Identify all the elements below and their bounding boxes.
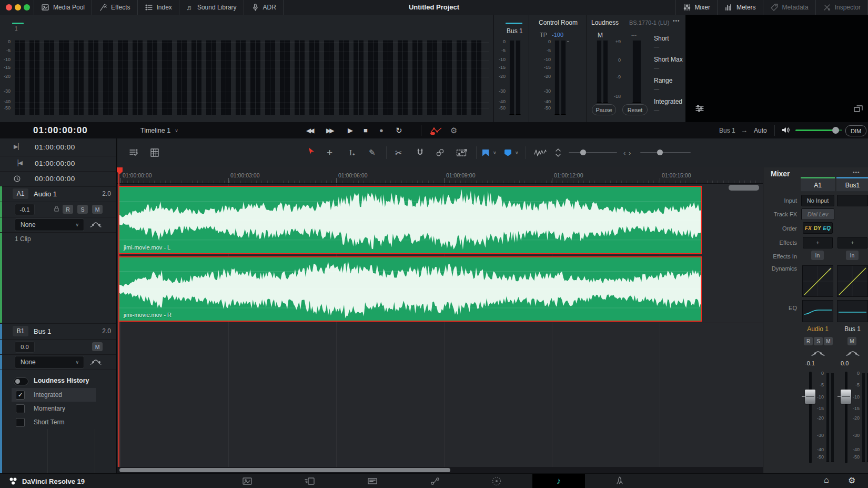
timeline-selector[interactable]: Timeline 1 ∨ xyxy=(140,122,178,138)
clip-color-button[interactable] xyxy=(504,145,511,160)
page-color[interactable] xyxy=(482,474,511,488)
trim-tool[interactable]: + xyxy=(327,145,332,160)
page-fusion[interactable] xyxy=(420,474,450,488)
monitor-volume-slider[interactable] xyxy=(795,130,842,131)
page-deliver[interactable] xyxy=(605,474,634,488)
fader-track[interactable] xyxy=(809,372,812,463)
timeline-view-options-icon[interactable] xyxy=(129,145,139,160)
range-selection-tool[interactable]: I✦ xyxy=(349,145,356,160)
loudness-history-option[interactable]: Short Term xyxy=(12,415,96,429)
order-cell-a1[interactable]: FX DY EQ xyxy=(803,222,833,234)
home-icon[interactable]: ⌂ xyxy=(824,475,829,485)
eq-graph-a1[interactable] xyxy=(802,300,833,322)
metadata-button[interactable]: Metadata xyxy=(763,0,815,15)
automation-select[interactable]: None ∨ xyxy=(15,356,84,369)
input-select-a1[interactable]: No Input xyxy=(801,195,834,206)
checkbox[interactable]: ✓ xyxy=(16,391,25,400)
loudness-menu-icon[interactable]: ••• xyxy=(673,18,680,24)
out-point-timecode[interactable]: 01:00:00:00 xyxy=(35,160,75,167)
horizontal-zoom-knob[interactable] xyxy=(657,150,663,155)
volume-slider-knob[interactable] xyxy=(832,127,839,134)
vertical-zoom-icon[interactable] xyxy=(555,145,561,160)
track-header-a1[interactable]: A1 Audio 1 2.0 xyxy=(0,186,116,202)
add-effect-a1[interactable]: + xyxy=(803,237,833,248)
mute-button[interactable]: M xyxy=(92,205,103,214)
record-arm-button[interactable]: R xyxy=(804,337,813,345)
meters-button[interactable]: Meters xyxy=(717,0,763,15)
loudness-history-option[interactable]: Momentary xyxy=(12,402,96,415)
record-button[interactable]: ● xyxy=(379,122,383,138)
dim-button[interactable]: DIM xyxy=(845,125,866,136)
rewind-button[interactable]: ◀◀ xyxy=(306,122,312,138)
dynamics-graph-a1[interactable] xyxy=(802,265,833,297)
razor-tool[interactable]: ✂ xyxy=(395,145,402,160)
close-window-button[interactable] xyxy=(6,4,12,11)
monitor-source[interactable]: Bus 1 xyxy=(719,122,735,138)
marker-flag-button[interactable] xyxy=(482,145,489,160)
clip-color-chevron-icon[interactable]: ∨ xyxy=(515,145,519,160)
solo-button[interactable]: S xyxy=(77,205,88,214)
automation-curve-icon[interactable] xyxy=(845,350,861,357)
minimize-window-button[interactable] xyxy=(15,4,21,11)
pencil-tool[interactable]: ✎ xyxy=(369,145,376,160)
fader-track[interactable] xyxy=(845,372,847,463)
mute-button[interactable]: M xyxy=(92,342,103,351)
page-edit[interactable] xyxy=(358,474,387,488)
playhead-line[interactable] xyxy=(118,167,119,467)
loop-button[interactable]: ↻ xyxy=(396,122,402,138)
track-fx-a1[interactable]: Dial Lev xyxy=(801,208,834,220)
waveform-view-icon[interactable] xyxy=(534,145,547,160)
eq-graph-bus1[interactable] xyxy=(837,300,868,322)
channel-header-bus1[interactable]: Bus1 xyxy=(836,178,868,192)
in-point-row[interactable]: ▶▏ 01:00:00:00 xyxy=(0,138,116,156)
out-point-row[interactable]: ▕◀ 01:00:00:00 xyxy=(0,156,116,172)
checkbox[interactable] xyxy=(16,404,25,413)
play-button[interactable]: ▶ xyxy=(348,122,353,138)
mixer-button[interactable]: Mixer xyxy=(675,0,717,15)
horizontal-scrollbar[interactable] xyxy=(117,467,763,473)
track-level-value[interactable]: -0.1 xyxy=(15,204,35,215)
track-header-b1[interactable]: B1 Bus 1 2.0 xyxy=(0,324,116,340)
effects-button[interactable]: Effects xyxy=(92,0,137,15)
solo-button[interactable]: S xyxy=(814,337,823,345)
automation-curve-icon[interactable] xyxy=(89,221,103,229)
loudness-standard[interactable]: BS.1770-1 (LU) xyxy=(629,19,669,26)
automation-select[interactable]: None ∨ xyxy=(15,218,84,231)
speaker-icon[interactable] xyxy=(782,126,790,134)
viewer-options-icon[interactable] xyxy=(694,103,705,114)
channel-name-bus1[interactable]: Bus 1 xyxy=(836,325,868,333)
snapping-magnet-icon[interactable] xyxy=(416,145,425,160)
keyframe-mode-icon[interactable] xyxy=(456,145,469,160)
fader-level-bus1[interactable]: 0.0 xyxy=(841,360,849,366)
record-arm-button[interactable]: R xyxy=(63,205,73,214)
mute-button[interactable]: M xyxy=(847,337,856,345)
automation-curve-icon[interactable] xyxy=(810,350,826,357)
checkbox[interactable] xyxy=(16,418,25,427)
automation-curve-icon[interactable] xyxy=(89,358,103,366)
mixer-menu-icon[interactable]: ••• xyxy=(853,170,860,175)
channel-name-a1[interactable]: Audio 1 xyxy=(801,325,835,333)
loudness-history-toggle[interactable] xyxy=(14,377,28,385)
stop-button[interactable]: ■ xyxy=(364,122,368,138)
channel-header-a1[interactable]: A1 xyxy=(801,178,835,192)
track-grid-icon[interactable] xyxy=(150,145,159,160)
page-media[interactable] xyxy=(233,474,262,488)
in-point-timecode[interactable]: 01:00:00:00 xyxy=(35,143,75,151)
horizontal-scrollbar-thumb[interactable] xyxy=(119,468,450,472)
track-name[interactable]: Bus 1 xyxy=(34,327,51,335)
transport-settings-icon[interactable]: ⚙ xyxy=(450,122,457,138)
add-effect-bus1[interactable]: + xyxy=(837,237,867,248)
vertical-scrollbar-thumb[interactable] xyxy=(729,185,759,191)
monitor-mode[interactable]: Auto xyxy=(754,122,767,138)
page-fairlight[interactable]: ♪ xyxy=(532,474,585,488)
fast-forward-button[interactable]: ▶▶ xyxy=(326,122,332,138)
timeline-ruler[interactable]: 01:00:00:0001:00:03:0001:00:06:0001:00:0… xyxy=(117,167,763,184)
duration-timecode[interactable]: 00:00:00:00 xyxy=(35,175,75,183)
loudness-history-option[interactable]: ✓ Integrated xyxy=(12,388,96,402)
audio-clip-right[interactable]: jimi-movie.mov - R xyxy=(118,256,702,322)
lock-icon[interactable] xyxy=(53,205,60,213)
zoom-window-button[interactable] xyxy=(24,4,30,11)
page-cut[interactable] xyxy=(295,474,325,488)
fader-level-a1[interactable]: -0.1 xyxy=(805,360,815,366)
audio-clip-left[interactable]: jimi-movie.mov - L xyxy=(118,186,702,254)
